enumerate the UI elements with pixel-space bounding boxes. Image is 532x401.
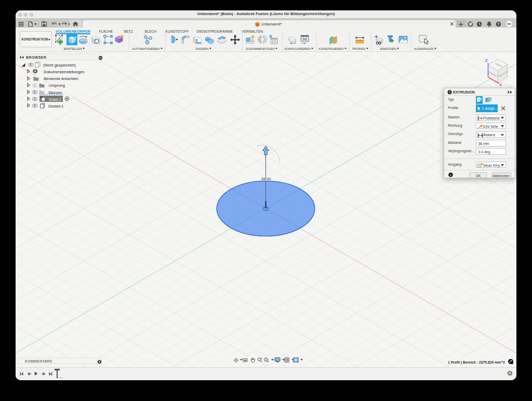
svg-text:38.00: 38.00 xyxy=(261,177,271,181)
svg-text:X: X xyxy=(499,83,502,87)
svg-text:?: ? xyxy=(497,22,500,26)
svg-text:i: i xyxy=(450,173,451,177)
svg-text:Z: Z xyxy=(485,58,488,63)
